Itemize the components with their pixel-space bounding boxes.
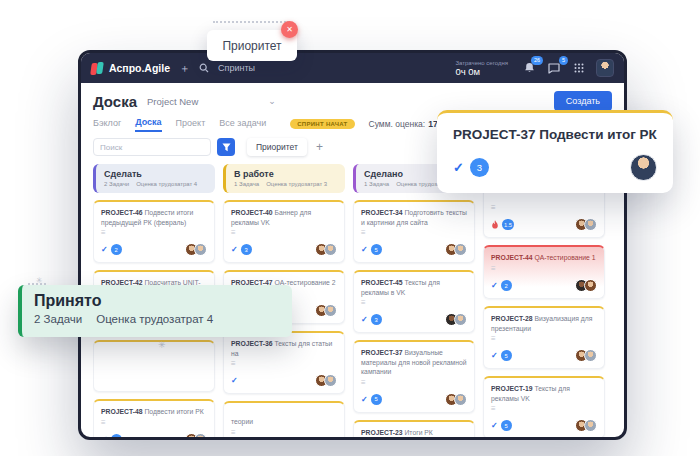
logo-icon: [91, 62, 104, 75]
subtask-badge: 1.5: [502, 219, 514, 230]
column-task-count: 2 Задачи: [104, 181, 129, 187]
task-card[interactable]: PROJECT-37 Визуальные материалы для ново…: [353, 340, 475, 413]
time-tracker-label: Затрачено сегодня: [455, 60, 508, 66]
chevron-down-icon[interactable]: ⌄: [268, 96, 276, 106]
task-code: PROJECT-40: [231, 209, 273, 216]
project-selector[interactable]: Project New: [147, 96, 198, 107]
description-icon: ≡: [491, 265, 597, 273]
accepted-task-count: 2 Задачи: [34, 313, 82, 325]
column-task-count: 1 Задача: [234, 181, 259, 187]
task-code: PROJECT-34: [361, 209, 403, 216]
app-window: Аспро.Agile ＋ Спринты Затрачено сегодня …: [78, 50, 627, 440]
task-card[interactable]: PROJECT-23 Итоги РК ≡ ✓5: [353, 420, 475, 440]
subtask-badge: 2: [111, 434, 122, 440]
task-code: PROJECT-23: [361, 429, 403, 436]
add-filter-button[interactable]: +: [313, 140, 326, 154]
task-card[interactable]: PROJECT-40 Баннер для рекламы VK ≡ ✓3: [223, 200, 345, 263]
task-card[interactable]: PROJECT-28 Визуализация для презентации …: [483, 306, 605, 369]
accepted-title: Принято: [34, 292, 280, 310]
search-input[interactable]: [93, 138, 211, 156]
column-name: Сделать: [104, 169, 207, 179]
close-icon[interactable]: ✕: [281, 21, 298, 38]
app-logo[interactable]: Аспро.Agile: [91, 62, 170, 75]
assignee-avatar: [584, 279, 597, 292]
column-estimate: Оценка трудозатрат 3: [266, 181, 327, 187]
column-done: Сделано 1 ЗадачаОценка трудозатрат PROJE…: [353, 164, 475, 440]
subtask-badge: 3: [371, 314, 382, 325]
column-header[interactable]: Сделать 2 ЗадачиОценка трудозатрат 4: [93, 164, 215, 193]
task-card[interactable]: PROJECT-34 Подготовить тексты и картинки…: [353, 200, 475, 263]
task-code: PROJECT-45: [361, 279, 403, 286]
assignee-avatar: [194, 433, 207, 440]
subtask-badge: 3: [470, 158, 489, 177]
column-header[interactable]: В работе 1 ЗадачаОценка трудозатрат 3: [223, 164, 345, 193]
notifications-button[interactable]: 26: [521, 60, 537, 76]
check-icon: ✓: [491, 351, 498, 360]
summary-label: Сумм. оценка:: [369, 119, 426, 129]
column-estimate: Оценка трудозатрат 4: [136, 181, 197, 187]
task-card[interactable]: PROJECT-45 Тексты для рекламы в VK ≡ ✓3: [353, 270, 475, 333]
task-code: PROJECT-19: [491, 385, 533, 392]
sparkle-decoration: ✳: [158, 340, 166, 350]
check-icon: ✓: [361, 395, 368, 404]
description-icon: ≡: [361, 379, 467, 387]
column-name: В работе: [234, 169, 337, 179]
task-card[interactable]: PROJECT-36 Тексты для статьи на ≡ ✓: [223, 331, 345, 394]
subtask-badge: 5: [501, 350, 512, 361]
tab-board[interactable]: Доска: [135, 117, 161, 132]
task-card[interactable]: PROJECT-46 Подвести итоги предыдущей РК …: [93, 200, 215, 263]
task-code: PROJECT-48: [101, 408, 143, 415]
messages-badge: 5: [559, 56, 568, 65]
task-code: PROJECT-44: [491, 254, 533, 261]
assignee-avatar: [584, 419, 597, 432]
check-icon: ✓: [491, 281, 498, 290]
sparkle-decoration: ✳: [36, 276, 43, 285]
task-title: теории: [231, 418, 253, 425]
subtask-badge: 5: [501, 420, 512, 431]
filter-chip-priority[interactable]: Приоритет: [247, 138, 307, 156]
task-code: PROJECT-36: [231, 340, 273, 347]
messages-button[interactable]: 5: [546, 60, 562, 76]
task-title: Итоги РК: [404, 429, 432, 436]
assignee-avatar: [584, 218, 597, 231]
description-icon: ≡: [361, 299, 467, 307]
time-tracker[interactable]: Затрачено сегодня 0ч 0м: [455, 60, 508, 77]
close-x: ✕: [286, 25, 293, 34]
search-icon[interactable]: [199, 63, 209, 73]
task-card[interactable]: [93, 340, 215, 392]
chat-icon: [548, 63, 560, 74]
create-button[interactable]: Создать: [554, 91, 612, 111]
task-card[interactable]: PROJECT-48 Подвести итоги РК ≡ ✓2: [93, 399, 215, 440]
tab-project[interactable]: Проект: [176, 118, 206, 131]
task-card-alert[interactable]: PROJECT-44 QA-тестирование 1 ≡ ✓2: [483, 245, 605, 299]
task-card[interactable]: теории ≡ ✓3: [223, 401, 345, 440]
notifications-badge: 26: [531, 56, 543, 65]
page-title: Доска: [93, 93, 137, 110]
assignee-avatar: [630, 154, 657, 181]
filter-button[interactable]: [217, 138, 235, 156]
assignee-avatar: [324, 374, 337, 387]
user-avatar[interactable]: [596, 59, 614, 77]
task-title: QA-тестирование 1: [534, 254, 595, 261]
funnel-icon: [222, 143, 231, 152]
task-card[interactable]: PROJECT-19 Тексты для рекламы VK ≡ ✓5: [483, 376, 605, 439]
tab-backlog[interactable]: Бэклог: [93, 118, 121, 131]
subtask-badge: 2: [111, 244, 122, 255]
description-icon: ≡: [491, 405, 597, 413]
description-icon: ≡: [101, 419, 207, 427]
apps-grid-button[interactable]: [571, 60, 587, 76]
check-icon: ✓: [101, 245, 108, 254]
check-icon: ✓: [231, 245, 238, 254]
description-icon: ≡: [491, 335, 597, 343]
accepted-estimate: Оценка трудозатрат 4: [96, 313, 213, 325]
subtask-badge: 2: [501, 280, 512, 291]
logo-text: Аспро.Agile: [109, 62, 170, 74]
nav-menu-sprints[interactable]: Спринты: [218, 63, 255, 73]
popup-task-title: PROJECT-37 Подвести итог РК: [453, 127, 657, 142]
add-icon[interactable]: ＋: [179, 63, 190, 74]
check-icon: ✓: [453, 160, 464, 175]
check-icon: ✓: [231, 376, 238, 385]
check-icon: ✓: [361, 245, 368, 254]
tab-all-tasks[interactable]: Все задачи: [219, 118, 266, 131]
task-detail-popup[interactable]: PROJECT-37 Подвести итог РК ✓ 3: [437, 110, 673, 193]
